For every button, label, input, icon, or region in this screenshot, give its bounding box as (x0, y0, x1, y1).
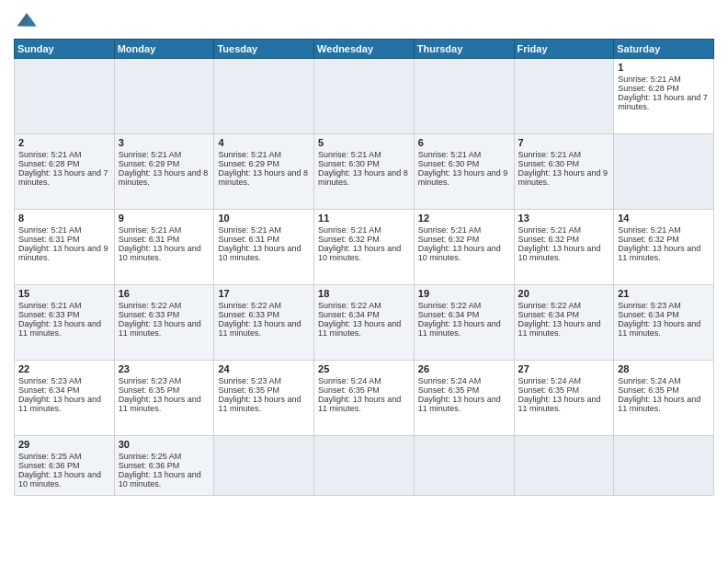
daylight-label: Daylight: 13 hours and 8 minutes. (119, 168, 210, 187)
sunrise-text: Sunrise: 5:24 AM (318, 376, 410, 385)
daylight-label: Daylight: 13 hours and 8 minutes. (218, 168, 310, 187)
calendar-cell: 16Sunrise: 5:22 AMSunset: 6:33 PMDayligh… (114, 285, 214, 361)
daylight-label: Daylight: 13 hours and 10 minutes. (218, 244, 310, 262)
calendar-cell (414, 436, 514, 496)
calendar-cell: 26Sunrise: 5:24 AMSunset: 6:35 PMDayligh… (414, 361, 514, 436)
sunrise-text: Sunrise: 5:21 AM (618, 75, 710, 84)
sunrise-text: Sunrise: 5:21 AM (18, 301, 110, 310)
calendar-week-2: 8Sunrise: 5:21 AMSunset: 6:31 PMDaylight… (15, 210, 714, 285)
day-number: 27 (518, 363, 610, 374)
daylight-label: Daylight: 13 hours and 11 minutes. (119, 319, 210, 338)
sunrise-text: Sunrise: 5:22 AM (218, 301, 310, 310)
sunset-text: Sunset: 6:28 PM (618, 84, 710, 93)
calendar-cell: 17Sunrise: 5:22 AMSunset: 6:33 PMDayligh… (214, 285, 314, 361)
daylight-label: Daylight: 13 hours and 10 minutes. (18, 470, 110, 488)
calendar-cell (15, 59, 115, 134)
calendar-cell: 15Sunrise: 5:21 AMSunset: 6:33 PMDayligh… (15, 285, 115, 361)
sunset-text: Sunset: 6:29 PM (218, 159, 310, 168)
sunrise-text: Sunrise: 5:22 AM (518, 301, 610, 310)
daylight-label: Daylight: 13 hours and 11 minutes. (218, 319, 310, 338)
daylight-label: Daylight: 13 hours and 9 minutes. (18, 244, 110, 262)
daylight-label: Daylight: 13 hours and 9 minutes. (518, 168, 610, 187)
calendar-cell: 13Sunrise: 5:21 AMSunset: 6:32 PMDayligh… (514, 210, 614, 285)
day-number: 26 (418, 363, 510, 374)
sunset-text: Sunset: 6:35 PM (318, 385, 410, 395)
sunrise-text: Sunrise: 5:22 AM (318, 301, 410, 310)
sunrise-text: Sunrise: 5:21 AM (18, 150, 110, 159)
header-cell-monday: Monday (114, 40, 214, 59)
daylight-label: Daylight: 13 hours and 11 minutes. (418, 395, 510, 413)
sunrise-text: Sunrise: 5:21 AM (418, 225, 510, 235)
day-number: 1 (618, 62, 710, 73)
day-number: 9 (119, 213, 210, 224)
sunrise-text: Sunrise: 5:21 AM (218, 225, 310, 235)
header-cell-sunday: Sunday (15, 40, 115, 59)
day-number: 30 (119, 439, 210, 450)
daylight-label: Daylight: 13 hours and 9 minutes. (418, 168, 510, 187)
day-number: 2 (18, 137, 110, 148)
calendar-table: SundayMondayTuesdayWednesdayThursdayFrid… (14, 39, 714, 496)
calendar-week-0: 1Sunrise: 5:21 AMSunset: 6:28 PMDaylight… (15, 59, 714, 134)
day-number: 13 (518, 213, 610, 224)
sunset-text: Sunset: 6:31 PM (18, 235, 110, 244)
sunset-text: Sunset: 6:32 PM (518, 235, 610, 244)
day-number: 28 (618, 363, 710, 374)
calendar-cell: 12Sunrise: 5:21 AMSunset: 6:32 PMDayligh… (414, 210, 514, 285)
sunset-text: Sunset: 6:36 PM (119, 461, 210, 470)
sunset-text: Sunset: 6:28 PM (18, 159, 110, 168)
sunrise-text: Sunrise: 5:21 AM (618, 225, 710, 235)
sunset-text: Sunset: 6:34 PM (518, 310, 610, 319)
calendar-cell: 30Sunrise: 5:25 AMSunset: 6:36 PMDayligh… (114, 436, 214, 496)
day-number: 16 (119, 288, 210, 299)
daylight-label: Daylight: 13 hours and 10 minutes. (418, 244, 510, 262)
day-number: 23 (119, 363, 210, 374)
daylight-label: Daylight: 13 hours and 11 minutes. (218, 395, 310, 413)
daylight-label: Daylight: 13 hours and 11 minutes. (618, 244, 710, 262)
sunset-text: Sunset: 6:34 PM (318, 310, 410, 319)
page: SundayMondayTuesdayWednesdayThursdayFrid… (0, 0, 728, 563)
calendar-cell: 29Sunrise: 5:25 AMSunset: 6:36 PMDayligh… (15, 436, 115, 496)
sunset-text: Sunset: 6:31 PM (119, 235, 210, 244)
day-number: 20 (518, 288, 610, 299)
day-number: 21 (618, 288, 710, 299)
calendar-cell (314, 59, 415, 134)
sunrise-text: Sunrise: 5:23 AM (618, 301, 710, 310)
sunrise-text: Sunrise: 5:25 AM (18, 452, 110, 461)
day-number: 5 (318, 137, 410, 148)
sunrise-text: Sunrise: 5:21 AM (318, 150, 410, 159)
calendar-week-1: 2Sunrise: 5:21 AMSunset: 6:28 PMDaylight… (15, 134, 714, 210)
calendar-cell: 20Sunrise: 5:22 AMSunset: 6:34 PMDayligh… (514, 285, 614, 361)
day-number: 22 (18, 363, 110, 374)
calendar-cell: 6Sunrise: 5:21 AMSunset: 6:30 PMDaylight… (414, 134, 514, 210)
header-cell-thursday: Thursday (414, 40, 514, 59)
daylight-label: Daylight: 13 hours and 11 minutes. (18, 319, 110, 338)
calendar-cell: 4Sunrise: 5:21 AMSunset: 6:29 PMDaylight… (214, 134, 314, 210)
sunset-text: Sunset: 6:30 PM (418, 159, 510, 168)
calendar-cell: 8Sunrise: 5:21 AMSunset: 6:31 PMDaylight… (15, 210, 115, 285)
daylight-label: Daylight: 13 hours and 11 minutes. (618, 395, 710, 413)
sunrise-text: Sunrise: 5:22 AM (119, 301, 210, 310)
day-number: 15 (18, 288, 110, 299)
sunset-text: Sunset: 6:35 PM (518, 385, 610, 395)
sunset-text: Sunset: 6:36 PM (18, 461, 110, 470)
daylight-label: Daylight: 13 hours and 10 minutes. (318, 244, 410, 262)
sunset-text: Sunset: 6:34 PM (18, 385, 110, 395)
sunset-text: Sunset: 6:31 PM (218, 235, 310, 244)
day-number: 4 (218, 137, 310, 148)
daylight-label: Daylight: 13 hours and 11 minutes. (518, 395, 610, 413)
header-cell-wednesday: Wednesday (314, 40, 415, 59)
calendar-cell (414, 59, 514, 134)
day-number: 19 (418, 288, 510, 299)
sunset-text: Sunset: 6:32 PM (418, 235, 510, 244)
sunset-text: Sunset: 6:33 PM (218, 310, 310, 319)
calendar-cell: 10Sunrise: 5:21 AMSunset: 6:31 PMDayligh… (214, 210, 314, 285)
sunrise-text: Sunrise: 5:21 AM (518, 150, 610, 159)
day-number: 8 (18, 213, 110, 224)
calendar-week-4: 22Sunrise: 5:23 AMSunset: 6:34 PMDayligh… (15, 361, 714, 436)
day-number: 6 (418, 137, 510, 148)
header-cell-friday: Friday (514, 40, 614, 59)
calendar-cell: 1Sunrise: 5:21 AMSunset: 6:28 PMDaylight… (614, 59, 714, 134)
daylight-label: Daylight: 13 hours and 7 minutes. (18, 168, 110, 187)
calendar-cell: 21Sunrise: 5:23 AMSunset: 6:34 PMDayligh… (614, 285, 714, 361)
calendar-cell: 3Sunrise: 5:21 AMSunset: 6:29 PMDaylight… (114, 134, 214, 210)
